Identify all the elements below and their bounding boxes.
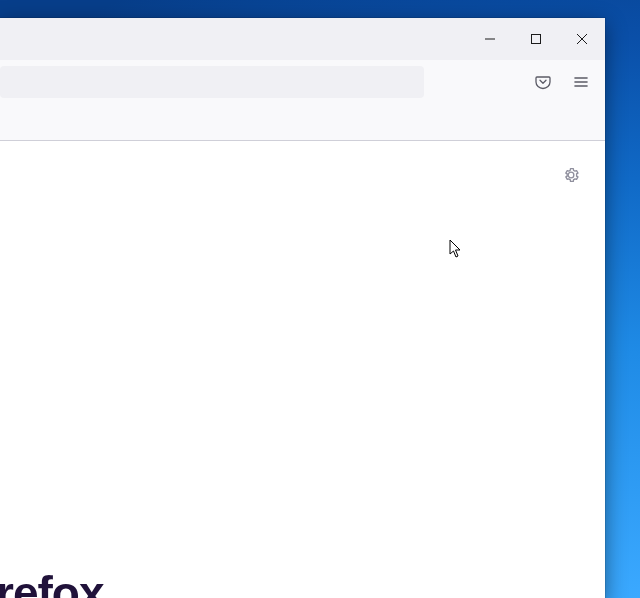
personalize-newtab-button[interactable] (557, 161, 585, 189)
close-icon (577, 34, 587, 44)
gear-icon (562, 166, 580, 184)
minimize-button[interactable] (467, 18, 513, 60)
titlebar[interactable] (0, 18, 605, 60)
window-controls (467, 18, 605, 60)
pocket-button[interactable] (527, 66, 559, 98)
navigation-toolbar (0, 60, 605, 104)
app-menu-button[interactable] (565, 66, 597, 98)
minimize-icon (485, 34, 495, 44)
maximize-button[interactable] (513, 18, 559, 60)
browser-window: refox (0, 18, 605, 598)
maximize-icon (531, 34, 541, 44)
bookmarks-toolbar (0, 104, 605, 140)
close-button[interactable] (559, 18, 605, 60)
newtab-content: refox (0, 141, 605, 598)
hamburger-icon (573, 74, 589, 90)
address-bar[interactable] (0, 66, 424, 98)
pocket-icon (535, 74, 551, 90)
svg-rect-1 (532, 35, 541, 44)
firefox-wordmark: refox (0, 566, 103, 598)
